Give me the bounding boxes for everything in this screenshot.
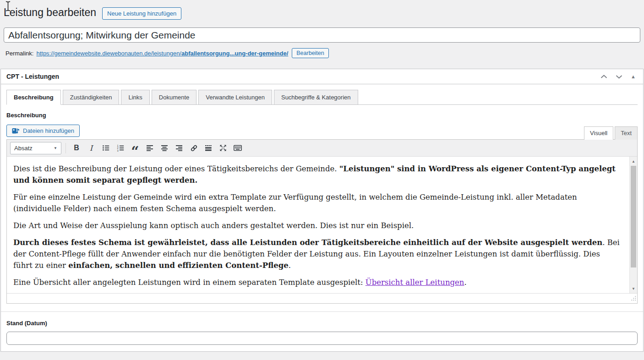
editor-toolbar: Absatz ▼ B I 1 2 3 “ <box>7 140 637 157</box>
align-left-icon <box>146 144 153 152</box>
align-right-icon <box>175 144 183 152</box>
editor-link[interactable]: Übersicht aller Leitungen <box>366 278 464 287</box>
toolbar-toggle-button[interactable] <box>231 142 245 154</box>
order-up-icon <box>600 75 607 79</box>
permalink-label: Permalink: <box>5 50 33 57</box>
blockquote-icon: “ <box>131 149 139 154</box>
italic-button[interactable]: I <box>84 142 98 154</box>
tab-verwandte-leistungen[interactable]: Verwandte Leistungen <box>198 90 272 105</box>
align-right-button[interactable] <box>172 142 186 154</box>
editor-text-run: Die Art und Weise der Ausspielung kann o… <box>13 221 414 230</box>
move-up-button[interactable] <box>599 74 609 80</box>
more-tag-icon <box>205 144 212 152</box>
move-down-button[interactable] <box>614 74 624 80</box>
tab-zuständigkeiten[interactable]: Zuständigkeiten <box>63 90 120 105</box>
editor-text-run: . <box>289 261 291 270</box>
metabox-tabs: BeschreibungZuständigkeitenLinksDokument… <box>6 90 638 105</box>
chevron-down-icon: ▼ <box>54 146 57 150</box>
toggle-panel-icon: ▲ <box>631 74 636 79</box>
toggle-panel-button[interactable]: ▲ <box>629 73 638 80</box>
post-title-input[interactable] <box>4 27 640 43</box>
visual-mode-tab[interactable]: Visuell <box>584 126 613 140</box>
edit-permalink-button[interactable]: Bearbeiten <box>292 48 328 58</box>
page-title: Leistung bearbeiten <box>4 6 96 20</box>
text-cursor-icon <box>5 1 11 13</box>
editor-text-run: einfachen, schnellen und effizienten Con… <box>68 261 288 270</box>
align-left-button[interactable] <box>143 142 157 154</box>
editor-statusbar <box>7 293 637 303</box>
tab-dokumente[interactable]: Dokumente <box>152 90 196 105</box>
add-new-leistung-button[interactable]: Neue Leistung hinzufügen <box>102 7 181 20</box>
permalink-url[interactable]: https://gemeindewebsite.diewebonauten.de… <box>36 50 288 57</box>
more-tag-button[interactable] <box>202 142 215 154</box>
numbered-list-button[interactable]: 1 2 3 <box>114 142 127 154</box>
format-select-value: Absatz <box>14 145 33 152</box>
tab-beschreibung[interactable]: Beschreibung <box>6 90 61 105</box>
resize-grip-icon[interactable] <box>631 295 636 302</box>
italic-icon: I <box>90 144 93 153</box>
tab-suchbegriffe-kategorien[interactable]: Suchbegriffe & Kategorien <box>274 90 358 105</box>
numbered-list-icon: 1 2 3 <box>117 144 124 152</box>
bold-icon: B <box>74 144 79 152</box>
stand-datum-label: Stand (Datum) <box>6 320 638 327</box>
add-media-label: Dateien hinzufügen <box>23 127 74 134</box>
editor-content[interactable]: ▲ ▼ Dies ist die Beschreibung der Leistu… <box>7 157 637 293</box>
permalink-url-slug: abfallentsorgung...ung-der-gemeinde/ <box>181 50 288 57</box>
editor-paragraph: Für eine einzelne Leistung der Gemeinde … <box>13 191 621 214</box>
toolbar-toggle-icon <box>234 144 242 152</box>
scroll-up-icon[interactable]: ▲ <box>630 158 637 165</box>
link-icon <box>190 144 198 152</box>
editor-paragraph: Durch dieses festes Schema ist gewährlei… <box>13 237 621 271</box>
blockquote-button[interactable]: “ <box>128 142 142 154</box>
editor-paragraph: Die Art und Weise der Ausspielung kann o… <box>13 220 621 231</box>
metabox-title: CPT - Leistungen <box>6 73 59 80</box>
paragraph-format-select[interactable]: Absatz ▼ <box>10 142 61 154</box>
editor-paragraph: Eine Übersicht aller angelegten Leistung… <box>13 277 621 288</box>
media-icon <box>12 128 20 134</box>
toolbar-divider <box>65 143 66 153</box>
editor-text-run: Eine Übersicht aller angelegten Leistung… <box>13 278 366 287</box>
text-mode-tab[interactable]: Text <box>615 126 638 140</box>
bulleted-list-icon <box>102 144 109 152</box>
align-center-icon <box>161 144 168 152</box>
editor-text-run: Durch dieses festes Schema ist gewährlei… <box>13 238 602 247</box>
beschreibung-field-label: Beschreibung <box>6 112 638 119</box>
cpt-leistungen-metabox: CPT - Leistungen ▲ BeschreibungZuständig… <box>0 69 644 352</box>
scroll-down-icon[interactable]: ▼ <box>630 285 637 292</box>
editor-text-run: Dies ist die Beschreibung der Leistung o… <box>13 164 339 173</box>
order-down-icon <box>616 75 622 79</box>
fullscreen-button[interactable] <box>216 142 230 154</box>
svg-text:3: 3 <box>117 149 119 152</box>
scrollbar-thumb[interactable] <box>631 166 636 267</box>
editor-scrollbar[interactable]: ▲ ▼ <box>629 157 637 293</box>
insert-link-button[interactable] <box>187 142 201 154</box>
editor-text-run: Für eine einzelne Leistung der Gemeinde … <box>13 193 577 213</box>
editor-paragraph: Dies ist die Beschreibung der Leistung o… <box>13 163 621 186</box>
bulleted-list-button[interactable] <box>99 142 113 154</box>
add-media-button[interactable]: Dateien hinzufügen <box>6 125 80 137</box>
align-center-button[interactable] <box>158 142 171 154</box>
metabox-header: CPT - Leistungen ▲ <box>1 69 643 84</box>
wysiwyg-editor: Absatz ▼ B I 1 2 3 “ <box>6 139 638 304</box>
permalink-url-base: https://gemeindewebsite.diewebonauten.de… <box>36 50 181 57</box>
stand-datum-input[interactable] <box>6 332 638 345</box>
edit-screen: Leistung bearbeiten Neue Leistung hinzuf… <box>0 0 644 58</box>
tab-links[interactable]: Links <box>121 90 149 105</box>
bold-button[interactable]: B <box>70 142 83 154</box>
editor-text-run: . <box>464 278 466 287</box>
fullscreen-icon <box>219 144 227 152</box>
